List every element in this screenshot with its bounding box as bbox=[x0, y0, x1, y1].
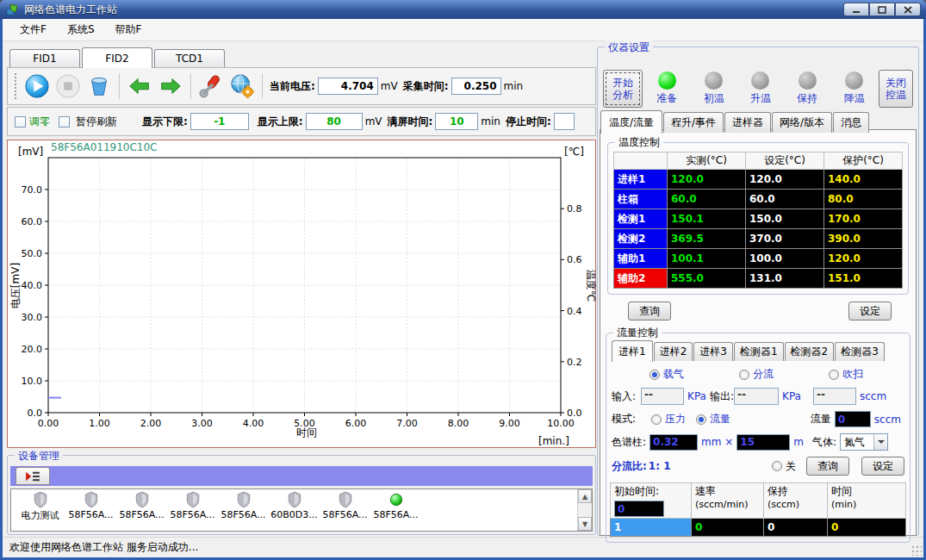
device-list-scrollbar[interactable]: ▲ ▼ bbox=[577, 489, 592, 531]
device-icon bbox=[236, 491, 252, 508]
tab-temperature-flow[interactable]: 温度/流量 bbox=[600, 110, 662, 134]
app-icon bbox=[5, 3, 19, 16]
tab-program-events[interactable]: 程升/事件 bbox=[663, 112, 724, 133]
svg-text:70.0: 70.0 bbox=[22, 184, 43, 196]
device-item[interactable]: 58F56A... bbox=[167, 491, 218, 520]
table-row[interactable]: 辅助2 555.0 131.0 151.0 bbox=[614, 269, 903, 289]
network-settings-button[interactable] bbox=[227, 71, 258, 102]
redo-button[interactable] bbox=[155, 71, 186, 102]
tab-detector3[interactable]: 检测器3 bbox=[835, 342, 885, 361]
indicator-hold: 保持 bbox=[785, 72, 830, 106]
stop-run-button[interactable] bbox=[53, 71, 84, 102]
close-button[interactable] bbox=[895, 3, 921, 16]
online-orb-icon bbox=[388, 491, 404, 508]
column-dim-separator: mm × bbox=[701, 436, 733, 448]
device-list: 电力测试 58F56A... 58F56A... 58F56A... 58F56… bbox=[10, 488, 593, 532]
toolbar-separator bbox=[119, 73, 120, 99]
mode-label: 模式: bbox=[612, 412, 636, 426]
program-row[interactable]: 1 0 0 0 bbox=[611, 519, 906, 537]
temperature-set-button[interactable]: 设定 bbox=[848, 302, 892, 320]
menu-system[interactable]: 系统S bbox=[57, 19, 105, 40]
table-row[interactable]: 柱箱 60.0 60.0 80.0 bbox=[614, 190, 903, 209]
tab-network-version[interactable]: 网络/版本 bbox=[772, 112, 832, 133]
device-item[interactable]: 58F56A... bbox=[218, 491, 269, 520]
main-toolbar: 当前电压: 4.704 mV 采集时间: 0.250 min bbox=[7, 67, 596, 105]
purge-flow-field[interactable]: -- bbox=[813, 388, 856, 405]
flow-value-field[interactable]: 0 bbox=[835, 411, 871, 427]
tab-inlet1[interactable]: 进样1 bbox=[612, 340, 653, 362]
output-pressure-field[interactable]: -- bbox=[734, 388, 779, 405]
tab-messages[interactable]: 消息 bbox=[833, 112, 869, 133]
temperature-query-button[interactable]: 查询 bbox=[628, 302, 671, 320]
tab-injector[interactable]: 进样器 bbox=[724, 112, 771, 133]
column-diameter-field[interactable]: 0.32 bbox=[649, 434, 698, 451]
svg-text:0.6: 0.6 bbox=[567, 254, 582, 265]
device-item[interactable]: 58F56A... bbox=[65, 491, 116, 520]
toolbar-grip[interactable] bbox=[15, 73, 18, 99]
close-temp-control-button[interactable]: 关闭 控温 bbox=[879, 70, 913, 108]
stop-time-field[interactable] bbox=[554, 113, 575, 130]
device-item[interactable]: 58F56A... bbox=[320, 491, 370, 520]
pause-refresh-checkbox[interactable] bbox=[59, 116, 70, 128]
column-length-field[interactable]: 15 bbox=[736, 434, 790, 451]
flow-set-button[interactable]: 设定 bbox=[861, 457, 904, 476]
table-row[interactable]: 检测1 150.1 150.0 170.0 bbox=[614, 209, 903, 229]
time-unit: min bbox=[504, 80, 524, 92]
svg-text:20.0: 20.0 bbox=[22, 344, 43, 355]
table-row[interactable]: 进样1 120.0 120.0 140.0 bbox=[614, 170, 903, 190]
upper-limit-field[interactable]: 80 bbox=[306, 113, 363, 130]
lower-limit-field[interactable]: -1 bbox=[190, 113, 249, 130]
flow-query-button[interactable]: 查询 bbox=[806, 457, 849, 476]
tab-inlet2[interactable]: 进样2 bbox=[654, 342, 693, 361]
chevron-down-icon[interactable] bbox=[873, 434, 887, 450]
menu-help[interactable]: 帮助F bbox=[105, 19, 152, 40]
svg-text:50.0: 50.0 bbox=[22, 248, 43, 259]
table-row[interactable]: 检测2 369.5 370.0 390.0 bbox=[614, 229, 903, 249]
undo-button[interactable] bbox=[124, 71, 155, 102]
svg-text:40.0: 40.0 bbox=[22, 280, 43, 291]
title-bar: 网络色谱电力工作站 bbox=[0, 0, 926, 19]
tab-detector2[interactable]: 检测器2 bbox=[785, 342, 835, 361]
split-radio[interactable] bbox=[739, 370, 749, 380]
pressure-mode-radio[interactable] bbox=[651, 414, 662, 425]
tab-tcd1[interactable]: TCD1 bbox=[154, 49, 225, 67]
initial-time-field[interactable]: 0 bbox=[614, 501, 664, 517]
zero-checkbox[interactable] bbox=[15, 116, 26, 128]
acquisition-time-field[interactable]: 0.250 bbox=[451, 78, 501, 95]
clear-data-button[interactable] bbox=[84, 71, 115, 102]
start-analysis-button[interactable]: 开始 分析 bbox=[603, 70, 643, 108]
device-item[interactable]: 60B0D3... bbox=[269, 491, 320, 520]
flow-tab-bar: 进样1 进样2 进样3 检测器1 检测器2 检测器3 bbox=[612, 340, 906, 361]
maximize-button[interactable] bbox=[869, 3, 895, 16]
device-item[interactable]: 58F56A... bbox=[116, 491, 167, 520]
device-list-button[interactable] bbox=[16, 467, 50, 485]
tab-fid2[interactable]: FID2 bbox=[82, 47, 152, 68]
device-item[interactable]: 58F56A... bbox=[370, 491, 421, 520]
fullscreen-time-field[interactable]: 10 bbox=[435, 113, 478, 130]
flow-mode-radio[interactable] bbox=[696, 414, 706, 425]
scroll-up-icon[interactable]: ▲ bbox=[578, 489, 592, 503]
input-pressure-field[interactable]: -- bbox=[641, 388, 684, 405]
menu-file[interactable]: 文件F bbox=[9, 19, 57, 40]
table-row[interactable]: 辅助1 100.1 100.0 120.0 bbox=[614, 249, 903, 269]
scroll-down-icon[interactable]: ▼ bbox=[578, 517, 592, 531]
current-voltage-field[interactable]: 4.704 bbox=[318, 78, 378, 95]
pressure-row: 输入: -- KPa 输出: -- KPa -- sccm bbox=[612, 388, 904, 405]
device-item[interactable]: 电力测试 bbox=[15, 491, 65, 522]
tab-detector1[interactable]: 检测器1 bbox=[734, 342, 784, 361]
resize-grip[interactable] bbox=[911, 545, 922, 556]
acquisition-time-label: 采集时间: bbox=[403, 79, 449, 94]
stop-time-label: 停止时间: bbox=[506, 115, 551, 129]
svg-text:30.0: 30.0 bbox=[22, 312, 43, 323]
detector-tab-bar: FID1 FID2 TCD1 bbox=[9, 47, 227, 67]
tab-fid1[interactable]: FID1 bbox=[9, 49, 80, 67]
split-off-radio[interactable] bbox=[772, 461, 782, 471]
purge-radio[interactable] bbox=[829, 370, 839, 380]
tab-inlet3[interactable]: 进样3 bbox=[693, 342, 733, 361]
config-tools-button[interactable] bbox=[196, 71, 227, 102]
minimize-button[interactable] bbox=[843, 3, 869, 16]
carrier-gas-radio[interactable] bbox=[649, 370, 660, 380]
svg-text:6.00: 6.00 bbox=[345, 418, 367, 429]
gas-select[interactable]: 氮气 bbox=[840, 433, 888, 451]
start-run-button[interactable] bbox=[22, 71, 53, 102]
